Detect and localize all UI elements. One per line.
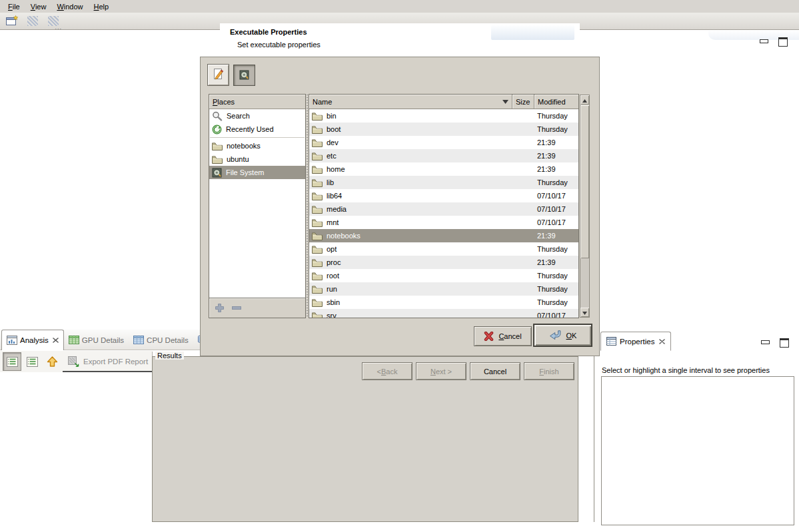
type-filename-button[interactable]	[207, 64, 229, 86]
file-row-lib64[interactable]: lib6407/10/17	[309, 189, 578, 202]
file-name: home	[327, 165, 345, 173]
file-name: lib	[327, 178, 334, 186]
file-name: mnt	[327, 218, 339, 226]
menu-help[interactable]: Help	[89, 1, 115, 12]
close-icon[interactable]	[659, 339, 665, 344]
places-list: SearchRecently UsednotebooksubuntuFile S…	[209, 109, 305, 179]
file-row-opt[interactable]: optThursday	[309, 242, 578, 256]
column-label: Modified	[538, 98, 566, 106]
place-item-search[interactable]: Search	[209, 109, 305, 123]
file-list: binThursdaybootThursdaydev21:39etc21:39h…	[309, 109, 578, 318]
menu-view[interactable]: View	[25, 1, 52, 12]
tab-analysis[interactable]: Analysis	[1, 330, 64, 350]
maximize-icon[interactable]	[778, 37, 788, 47]
file-name-cell: lib	[309, 178, 512, 187]
view-sash[interactable]	[594, 356, 594, 522]
next-button[interactable]: Next >	[416, 362, 466, 380]
file-row-media[interactable]: media07/10/17	[309, 202, 578, 216]
place-item-ubuntu[interactable]: ubuntu	[209, 152, 305, 166]
location-toggle-button[interactable]	[233, 65, 255, 86]
scrollbar-thumb[interactable]	[580, 105, 589, 258]
file-row-run[interactable]: runThursday	[309, 282, 578, 296]
tab-properties[interactable]: Properties	[600, 332, 671, 351]
tab-label: CPU Details	[147, 336, 189, 344]
column-header-modified[interactable]: Modified	[534, 95, 578, 109]
new-session-button[interactable]	[4, 14, 20, 29]
file-row-mnt[interactable]: mnt07/10/17	[309, 216, 578, 229]
red-x-icon	[484, 332, 494, 341]
tab-gpu-details[interactable]: GPU Details	[64, 330, 129, 350]
tab-label: Analysis	[20, 336, 49, 344]
file-row-boot[interactable]: bootThursday	[309, 123, 578, 136]
column-header-size[interactable]: Size	[512, 95, 534, 109]
scroll-down-button[interactable]	[580, 308, 589, 317]
file-row-lib[interactable]: libThursday	[309, 176, 578, 189]
file-name: media	[327, 205, 347, 213]
export-pdf-report-button[interactable]: Export PDF Report	[63, 352, 153, 372]
tab-cpu-details[interactable]: CPU Details	[129, 330, 193, 350]
file-row-bin[interactable]: binThursday	[309, 109, 578, 123]
results-group-label: Results	[155, 352, 184, 360]
file-row-etc[interactable]: etc21:39	[309, 149, 578, 162]
export-pdf-label: Export PDF Report	[83, 358, 148, 366]
cancel-button[interactable]: Cancel	[474, 326, 532, 346]
file-name-cell: root	[309, 272, 512, 280]
file-row-root[interactable]: rootThursday	[309, 269, 578, 282]
file-row-dev[interactable]: dev21:39	[309, 136, 578, 149]
folder-icon	[312, 152, 323, 160]
maximize-icon[interactable]	[780, 338, 789, 348]
place-label: File System	[226, 168, 264, 176]
file-row-srv[interactable]: srv07/10/17	[309, 309, 578, 318]
file-row-notebooks[interactable]: notebooks21:39	[309, 229, 578, 242]
list-view-button-2[interactable]	[23, 352, 41, 371]
folder-icon	[312, 165, 323, 174]
scrollbar[interactable]	[580, 95, 590, 318]
tab-label: Properties	[620, 338, 654, 346]
folder-icon	[312, 205, 323, 214]
ok-button[interactable]: OK	[533, 324, 592, 347]
folder-icon	[312, 312, 323, 319]
close-icon[interactable]	[53, 338, 59, 343]
disabled-dropdown-tool-button[interactable]: ...	[45, 14, 61, 29]
minimize-icon[interactable]	[760, 39, 768, 43]
place-item-recently-used[interactable]: Recently Used	[209, 123, 305, 136]
remove-bookmark-button[interactable]	[232, 306, 241, 310]
menu-file[interactable]: File	[3, 1, 25, 12]
menu-window[interactable]: Window	[51, 1, 88, 12]
column-header-name[interactable]: Name	[309, 95, 512, 109]
folder-icon	[212, 142, 223, 150]
file-name-cell: notebooks	[309, 232, 512, 240]
places-edit-bar	[209, 298, 306, 318]
places-header[interactable]: Places	[209, 95, 305, 109]
file-modified-cell: 21:39	[534, 152, 578, 160]
place-item-notebooks[interactable]: notebooks	[209, 139, 305, 152]
folder-icon	[312, 298, 323, 307]
file-row-home[interactable]: home21:39	[309, 162, 578, 176]
file-row-proc[interactable]: proc21:39	[309, 256, 578, 269]
place-item-file-system[interactable]: File System	[209, 166, 305, 179]
list-view-button-1[interactable]	[3, 352, 21, 371]
minimize-icon[interactable]	[761, 340, 770, 344]
scroll-up-button[interactable]	[580, 95, 589, 105]
back-button[interactable]: < Back	[362, 362, 412, 380]
add-bookmark-button[interactable]	[215, 304, 224, 312]
file-name-cell: proc	[309, 258, 512, 267]
properties-message: Select or highlight a single interval to…	[602, 366, 770, 374]
cancel-button[interactable]: Cancel	[470, 362, 520, 380]
folder-icon	[312, 125, 323, 134]
pane-resize-grip[interactable]	[307, 95, 308, 317]
folder-icon	[312, 232, 323, 240]
folder-icon	[312, 285, 323, 294]
promote-button[interactable]	[43, 352, 61, 371]
folder-icon	[312, 258, 323, 267]
folder-icon	[212, 155, 223, 164]
file-row-sbin[interactable]: sbinThursday	[309, 296, 578, 309]
list-icon	[27, 357, 38, 367]
dropdown-dots-icon: ...	[55, 24, 62, 31]
wizard-subtitle: Set executable properties	[237, 41, 321, 49]
hard-disk-icon	[239, 70, 249, 81]
disabled-tool-button[interactable]	[25, 14, 41, 29]
file-name: srv	[327, 312, 337, 318]
finish-button[interactable]: Finish	[524, 362, 574, 380]
results-group	[152, 356, 578, 522]
